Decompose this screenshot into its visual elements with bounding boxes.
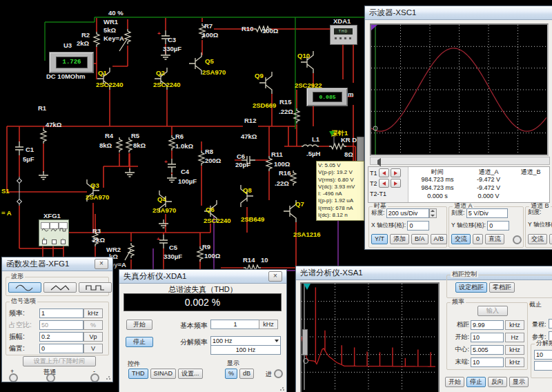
cursor-readout-panel: T1T2T2-T1 时间通道_A通道_B984.723 ms-9.472 V98… xyxy=(368,166,550,203)
channel-a-button[interactable]: 交流 xyxy=(451,234,471,244)
xda-control-button[interactable]: SINAD xyxy=(150,369,177,379)
cursor-label: T2-T1 xyxy=(370,190,386,197)
channel-marker-icon[interactable] xyxy=(371,25,377,30)
distortion-analyzer-icon[interactable]: THD xyxy=(330,25,357,45)
level-slider[interactable] xyxy=(302,329,308,355)
schematic-label: 2SA970 xyxy=(202,69,226,76)
multisim-workspace: 40 %WR15kΩKey=AR22kΩU3DC 10MOhmQ12SC2240… xyxy=(0,0,552,392)
span-button[interactable]: 设定档距 xyxy=(455,282,487,293)
resolution-input-2[interactable] xyxy=(534,361,552,371)
input-terminal-icon[interactable] xyxy=(274,369,283,378)
readout-value: -9.472 V xyxy=(466,176,511,183)
schematic-label: R10 xyxy=(241,26,253,32)
field-unit[interactable]: % xyxy=(83,320,103,330)
thd-meter[interactable]: 0.085 xyxy=(306,88,348,106)
frequency-row-input[interactable]: 10 xyxy=(471,333,504,342)
spinner-icon[interactable] xyxy=(429,208,437,218)
range-input[interactable] xyxy=(549,319,552,329)
field-input[interactable]: 50 xyxy=(39,320,83,330)
frequency-row-input[interactable]: 5.005 xyxy=(471,345,504,355)
close-icon[interactable]: × xyxy=(268,271,282,282)
schematic-label: 20pF xyxy=(235,161,250,168)
frequency-row-input[interactable]: 9.99 xyxy=(471,320,504,330)
channel-a-button[interactable]: 0 xyxy=(473,234,483,244)
cutoff-label: 截止 xyxy=(529,300,542,309)
timebase-button[interactable]: B/A xyxy=(411,234,428,244)
xfg-titlebar[interactable]: 函数发生器-XFG1 × xyxy=(2,257,112,271)
cursor-readout-table: 时间通道_A通道_B984.723 ms-9.472 V984.723 ms-9… xyxy=(410,167,549,202)
oscilloscope-scrollbar[interactable] xyxy=(370,157,550,165)
channel-b-button[interactable]: 交流 xyxy=(528,234,547,244)
span-button[interactable]: 零档距 xyxy=(489,282,515,293)
enter-button[interactable]: 输入 xyxy=(477,306,508,316)
multimeter-u3[interactable]: 1.726 xyxy=(49,52,94,73)
field-unit[interactable]: Vp xyxy=(83,332,103,342)
schematic-label: Q9 xyxy=(255,72,264,79)
marker-icon[interactable] xyxy=(304,284,310,290)
resize-grip-icon[interactable] xyxy=(106,375,111,380)
channel-a-button[interactable]: 直流 xyxy=(485,234,504,244)
stop-button[interactable]: 停止 xyxy=(126,337,153,347)
triangle-wave-button[interactable] xyxy=(43,282,77,293)
schematic-label: + xyxy=(157,237,160,242)
xda-titlebar[interactable]: 失真分析仪-XDA1 × xyxy=(119,270,286,284)
schematic-label: R9 xyxy=(202,244,210,251)
field-input[interactable]: 1 xyxy=(39,308,83,318)
oscilloscope-titlebar[interactable]: 示波器-XSC1 xyxy=(365,6,552,20)
tooltip-line: I(rms): 678 nA xyxy=(318,205,362,212)
xsa-bottom-button[interactable]: 停止 xyxy=(466,377,486,387)
timebase-button[interactable]: A/B xyxy=(431,234,448,244)
xda-control-button[interactable]: THD xyxy=(128,369,148,379)
schematic-label: Q10 xyxy=(297,52,310,59)
resize-grip-icon[interactable] xyxy=(279,386,285,391)
fundamental-freq-input[interactable]: 1 xyxy=(210,320,260,329)
frequency-row: 末端:10kHz xyxy=(448,355,526,368)
marker-handle-icon[interactable] xyxy=(303,358,308,364)
spectrum-analyzer-window: 光谱分析仪-XSA1 档距控制 设定档距零档距 频率 输入 档距9.99kHz开… xyxy=(295,266,552,392)
timebase-button[interactable]: 添加 xyxy=(390,234,409,244)
xsa-bottom-button[interactable]: 显示 xyxy=(509,377,529,387)
timebase-button[interactable]: Y/T xyxy=(371,234,388,244)
tooltip-line: I(p-p): 1.92 uA xyxy=(318,197,362,204)
xda-display-button[interactable]: % xyxy=(225,369,237,379)
cursor-right-button[interactable] xyxy=(391,179,401,188)
rise-fall-button[interactable]: 设置上升/下降时间 xyxy=(23,356,96,366)
field-input[interactable]: 0 xyxy=(39,344,83,353)
timebase-xpos-input[interactable]: 0 xyxy=(407,221,429,231)
xda-control-button[interactable]: 设置... xyxy=(178,369,203,379)
timebase-scale-input[interactable]: 200 us/Div xyxy=(386,208,429,218)
xsa-bottom-button[interactable]: 反向 xyxy=(488,377,507,387)
xda-display-button[interactable]: dB xyxy=(239,369,254,379)
schematic-label: WR1 xyxy=(103,19,118,26)
plus-terminal-icon[interactable] xyxy=(9,373,18,382)
schematic-label: 100Ω xyxy=(274,161,290,168)
channel-a-ypos-input[interactable]: 0 xyxy=(487,221,509,231)
scroll-left-icon[interactable] xyxy=(371,158,381,166)
field-unit[interactable]: kHz xyxy=(83,308,103,318)
schematic-label: R14 xyxy=(243,257,255,264)
schematic-label: R16 xyxy=(279,170,290,177)
resolution-freq-dropdown[interactable]: 100 Hz xyxy=(210,336,281,346)
resolution-input[interactable]: 10 xyxy=(534,350,552,360)
start-button[interactable]: 开始 xyxy=(126,320,152,330)
channel-b-button[interactable]: 0 xyxy=(549,234,552,244)
function-generator-icon[interactable]: + - xyxy=(39,219,69,246)
frequency-row-input[interactable]: 10 xyxy=(471,357,504,367)
cursor-right-button[interactable] xyxy=(391,168,401,177)
cursor-left-button[interactable] xyxy=(379,168,389,177)
schematic-label: 10 xyxy=(261,257,268,264)
square-wave-button[interactable] xyxy=(79,282,112,293)
xsa-bottom-button[interactable]: 开始 xyxy=(445,377,464,387)
cursor-left-button[interactable] xyxy=(379,179,389,188)
field-unit[interactable]: V xyxy=(83,344,103,353)
minus-terminal-icon[interactable] xyxy=(90,373,99,382)
close-icon[interactable]: × xyxy=(95,259,108,269)
schematic-label: 2kΩ xyxy=(92,237,105,244)
field-input[interactable]: 0.2 xyxy=(39,332,83,342)
common-terminal-icon[interactable] xyxy=(46,373,55,382)
sine-wave-button[interactable] xyxy=(8,282,41,293)
readout-column-header: 通道_B xyxy=(512,168,549,177)
channel-a-scale-input[interactable]: 5 V/Div xyxy=(466,208,508,218)
resolution-freq-list-item[interactable]: 100 Hz xyxy=(210,346,281,355)
probe-arrow-icon[interactable] xyxy=(329,131,335,136)
